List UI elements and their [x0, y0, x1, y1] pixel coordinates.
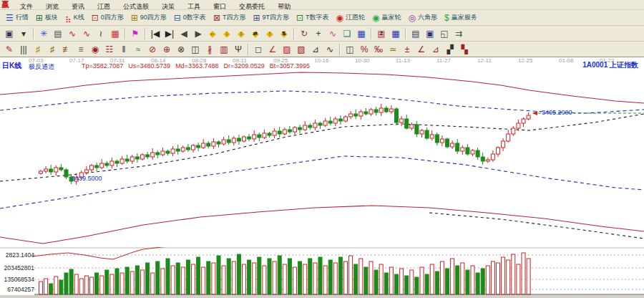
panel-icon[interactable]: ❏	[340, 27, 354, 41]
crosshair-icon[interactable]: +	[311, 27, 326, 41]
menu-item-资讯[interactable]: 资讯	[65, 3, 91, 10]
wave-tool-icon[interactable]: ≈	[131, 42, 145, 57]
wave-down-icon[interactable]: ∿	[79, 27, 94, 41]
notes-icon[interactable]: ▤	[51, 27, 65, 41]
diamond-left-icon[interactable]: ◆←	[205, 27, 220, 41]
numtable0-button[interactable]: ⊟0数字表	[170, 11, 210, 24]
grid-blue-icon[interactable]: ▦	[354, 27, 369, 41]
main-toolbar: ☰行情⊞板块⣦K线⊡0四方形⊞90四方形⊟0数字表⊠T四方形⊞9T四方形⊡T数字…	[0, 10, 644, 26]
next-bar-icon[interactable]: ▶	[191, 27, 205, 41]
prev-bar-icon[interactable]: ◀	[177, 27, 191, 41]
circle-tool-icon[interactable]: ◉	[88, 42, 102, 57]
volume-bar	[84, 276, 88, 294]
layout-dropdown-icon[interactable]: ▾	[16, 27, 31, 41]
candle	[192, 145, 195, 150]
bt2-line	[429, 213, 644, 239]
calendar-icon[interactable]: ▤2	[374, 27, 389, 41]
squiggle-icon[interactable]: ≀	[94, 27, 108, 41]
first-bar-icon[interactable]: |◀	[148, 27, 162, 41]
menu-item-决策[interactable]: 决策	[155, 3, 181, 10]
fib-lines-icon[interactable]: ≢	[59, 42, 74, 57]
permille-icon[interactable]: ‰	[371, 42, 386, 57]
volume-chart[interactable]	[0, 247, 644, 298]
diamond-up-icon[interactable]: ◆↑	[263, 27, 277, 41]
pencil-icon[interactable]: ✎	[2, 42, 16, 57]
diag2-icon[interactable]: ▚	[457, 42, 472, 57]
candle	[156, 153, 160, 155]
square0-button[interactable]: ⊡0四方形	[88, 11, 127, 24]
menu-item-公式选股[interactable]: 公式选股	[117, 3, 155, 10]
hlines-icon[interactable]: ≡	[74, 42, 88, 57]
percent-icon[interactable]: %	[357, 42, 371, 57]
numtableT-button[interactable]: ⊡T数字表	[293, 11, 333, 24]
triangle-icon[interactable]: ⊿	[308, 42, 323, 57]
rect-tool-icon[interactable]: ◻	[251, 42, 265, 57]
candle	[176, 149, 180, 151]
table-icon[interactable]: ◫	[343, 42, 357, 57]
window-layout-icon[interactable]: ▣	[2, 27, 16, 41]
menu-item-交易委托[interactable]: 交易委托	[233, 3, 271, 10]
flag-icon[interactable]: ⚑	[128, 27, 142, 41]
shade-icon[interactable]: ▨	[280, 42, 294, 57]
slash-circle-icon[interactable]: ⊘	[145, 42, 160, 57]
box-divide-icon[interactable]: ◫	[188, 42, 203, 57]
candle	[135, 157, 139, 159]
save-icon[interactable]: ▣	[423, 27, 437, 41]
sine-icon[interactable]: ∿	[323, 42, 337, 57]
sector-button[interactable]: ⊞板块	[32, 11, 62, 24]
volume-bar	[303, 264, 307, 294]
candle	[293, 128, 297, 132]
diag-icon[interactable]: ▞	[443, 42, 457, 57]
quotes-button[interactable]: ☰行情	[2, 11, 32, 24]
volume-bar	[59, 280, 63, 294]
report-icon[interactable]: ▤	[409, 27, 423, 41]
copy-icon[interactable]: ◱	[437, 27, 452, 41]
plusminus-icon[interactable]: ±	[400, 42, 414, 57]
kline-button[interactable]: ⣦K线	[62, 11, 88, 24]
asterisk-icon[interactable]: ✳	[36, 27, 51, 41]
export-icon[interactable]: ⇉	[452, 27, 466, 41]
diamond-cycle-icon[interactable]: ◆⇅	[277, 27, 291, 41]
diamond-down-icon[interactable]: ◆↓	[220, 27, 234, 41]
squareT-button[interactable]: ⊠T四方形	[210, 11, 250, 24]
square9T-button[interactable]: ⊞9T四方形	[249, 11, 293, 24]
hexagon-button[interactable]: ◎六角形	[405, 11, 441, 24]
wave-up-icon[interactable]: ∿	[65, 27, 79, 41]
kline-chart[interactable]	[0, 57, 644, 251]
cross-circle-icon[interactable]: ⊗	[174, 42, 188, 57]
winner-service-button[interactable]: $赢家服务	[441, 11, 481, 24]
angle-icon[interactable]: ∠	[265, 42, 280, 57]
parallel-icon[interactable]: ‖	[117, 42, 131, 57]
vertical-lines-icon[interactable]: |||	[16, 42, 31, 57]
shade2-icon[interactable]: ▧	[294, 42, 308, 57]
rotate-icon[interactable]: ↻	[297, 27, 311, 41]
gann-wheel-button[interactable]: ◉江恩轮	[333, 11, 369, 24]
hatch-icon[interactable]: ▥	[217, 42, 231, 57]
fork-icon[interactable]: Ψ	[231, 42, 245, 57]
menu-item-窗口[interactable]: 窗口	[207, 3, 233, 10]
chart-area[interactable]: 07-0307-1707-3108-1408-2809-1109-2510-16…	[0, 57, 644, 298]
diamond-swap-icon[interactable]: ◆⇄	[248, 27, 263, 41]
menu-item-浏览[interactable]: 浏览	[39, 3, 65, 10]
menu-item-江恩[interactable]: 江恩	[91, 3, 117, 10]
menu-item-文件[interactable]: 文件	[14, 3, 39, 10]
candle	[318, 123, 322, 125]
trend-angle-icon[interactable]: ∠	[414, 42, 429, 57]
grid-red-icon[interactable]: ▦	[108, 27, 122, 41]
gann-grid2-icon[interactable]: ♯	[45, 42, 59, 57]
diamond-updown-icon[interactable]: ◆↕	[234, 27, 248, 41]
target-icon[interactable]: ⊕	[160, 42, 174, 57]
angle-lines-icon[interactable]: ∦	[203, 42, 217, 57]
last-bar-icon[interactable]: ▶|	[162, 27, 177, 41]
square90-button[interactable]: ⊞90四方形	[127, 11, 170, 24]
matrix-icon[interactable]: ▦	[389, 27, 403, 41]
wedge-icon[interactable]: ⊿	[429, 42, 443, 57]
menu-item-工具[interactable]: 工具	[181, 3, 207, 10]
menu-item-帮助[interactable]: 帮助	[271, 3, 297, 10]
indicator-line-icon[interactable]: ∿	[326, 27, 340, 41]
winner-wheel-button[interactable]: ◉赢家轮	[369, 11, 404, 24]
approx-icon[interactable]: ≃	[386, 42, 400, 57]
volume-bar	[374, 270, 378, 294]
gann-grid-icon[interactable]: ♯	[31, 42, 45, 57]
trigram-icon[interactable]: ☷	[102, 42, 117, 57]
